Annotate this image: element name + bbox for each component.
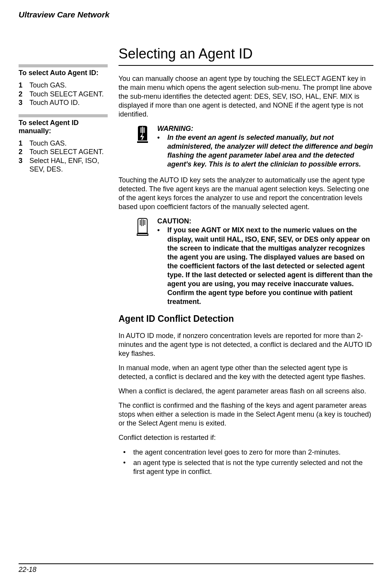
caution-text: If you see AGNT or MIX next to the numer…: [167, 226, 373, 306]
paragraph: When a conflict is declared, the agent p…: [119, 387, 373, 396]
bullet-icon: •: [157, 226, 167, 306]
sidebar-title: To select Auto Agent ID:: [19, 69, 108, 77]
list-item: 3Touch AUTO ID.: [19, 98, 108, 107]
heading-rule: [119, 65, 373, 66]
step-text: Touch SELECT AGENT.: [29, 148, 108, 156]
bullet-icon: •: [157, 133, 167, 169]
step-number: 1: [19, 139, 29, 148]
list-item: 1Touch GAS.: [19, 139, 108, 148]
svg-rect-1: [137, 234, 148, 235]
sidebar-steps: 1Touch GAS. 2Touch SELECT AGENT. 3Touch …: [19, 81, 108, 107]
step-number: 3: [19, 98, 29, 107]
list-item: 2Touch SELECT AGENT.: [19, 148, 108, 156]
caution-label: CAUTION:: [157, 217, 373, 226]
step-text: Select HAL, ENF, ISO, SEV, DES.: [29, 156, 108, 174]
sidebar-block-auto: To select Auto Agent ID: 1Touch GAS. 2To…: [19, 64, 108, 107]
section-heading: Selecting an Agent ID: [119, 46, 373, 62]
warning-text: In the event an agent is selected manual…: [167, 133, 373, 169]
caution-icon: [135, 217, 150, 306]
step-text: Touch AUTO ID.: [29, 98, 108, 107]
sidebar-steps: 1Touch GAS. 2Touch SELECT AGENT. 3Select…: [19, 139, 108, 174]
paragraph: You can manually choose an agent type by…: [119, 74, 373, 119]
step-number: 2: [19, 90, 29, 99]
step-number: 1: [19, 81, 29, 90]
sidebar-rule: [19, 64, 108, 67]
step-number: 3: [19, 156, 29, 174]
sidebar-block-manual: To select Agent ID manually: 1Touch GAS.…: [19, 114, 108, 174]
sidebar: To select Auto Agent ID: 1Touch GAS. 2To…: [19, 46, 115, 482]
paragraph: In AUTO ID mode, if nonzero concentratio…: [119, 331, 373, 358]
list-item: 3Select HAL, ENF, ISO, SEV, DES.: [19, 156, 108, 174]
bullet-icon: •: [123, 458, 133, 476]
list-item: • an agent type is selected that is not …: [119, 458, 373, 476]
list-item: 2Touch SELECT AGENT.: [19, 90, 108, 99]
bullet-text: an agent type is selected that is not th…: [133, 458, 373, 476]
step-text: Touch GAS.: [29, 81, 108, 90]
warning-callout: WARNING: • In the event an agent is sele…: [119, 124, 373, 169]
page-number: 22-18: [19, 566, 373, 574]
paragraph: Conflict detection is restarted if:: [119, 433, 373, 442]
running-header: Ultraview Care Network: [19, 10, 373, 19]
list-item: • the agent concentration level goes to …: [119, 448, 373, 457]
sidebar-rule: [19, 114, 108, 117]
caution-callout: CAUTION: • If you see AGNT or MIX next t…: [119, 217, 373, 306]
paragraph: Touching the AUTO ID key sets the analyz…: [119, 176, 373, 211]
warning-label: WARNING:: [157, 124, 373, 133]
subsection-heading: Agent ID Conflict Detection: [119, 313, 373, 324]
step-text: Touch GAS.: [29, 139, 108, 148]
paragraph: The conflict is confirmed and the flashi…: [119, 401, 373, 428]
svg-rect-0: [137, 141, 148, 143]
page-footer: 22-18: [19, 563, 373, 574]
bullet-list: • the agent concentration level goes to …: [119, 448, 373, 476]
main-content: Selecting an Agent ID You can manually c…: [115, 46, 373, 482]
list-item: 1Touch GAS.: [19, 81, 108, 90]
step-text: Touch SELECT AGENT.: [29, 90, 108, 99]
paragraph: In manual mode, when an agent type other…: [119, 364, 373, 381]
warning-icon: [135, 124, 150, 169]
bullet-icon: •: [123, 448, 133, 457]
step-number: 2: [19, 148, 29, 156]
footer-rule: [19, 563, 373, 564]
sidebar-title: To select Agent ID manually:: [19, 119, 108, 135]
bullet-text: the agent concentration level goes to ze…: [133, 448, 340, 457]
